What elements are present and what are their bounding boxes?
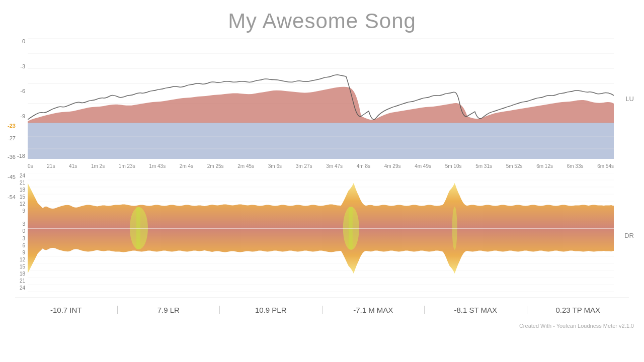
- x-axis: 0s 21s 41s 1m 2s 1m 23s 1m 43s 2m 4s 2m …: [28, 159, 614, 173]
- chart-container: 0 -3 -6 -9 -18 -23 -27 -36 -45 -54: [0, 38, 644, 298]
- dr-y-24-top: 24: [8, 173, 25, 178]
- minus36-label: -36: [8, 154, 16, 160]
- stat-mmax: -7.1 M MAX: [323, 306, 425, 314]
- dr-y-12-bot: 12: [8, 257, 25, 262]
- dr-chart: [28, 173, 614, 298]
- dr-y-3-bot: 3: [8, 236, 25, 241]
- dr-chart-svg: [28, 173, 614, 298]
- stat-plr: 10.9 PLR: [220, 306, 323, 314]
- lu-chart: [28, 38, 614, 159]
- page-title: My Awesome Song: [0, 0, 644, 38]
- dr-y-15-bot: 15: [8, 264, 25, 269]
- stat-lr: 7.9 LR: [118, 306, 220, 314]
- svg-rect-0: [28, 123, 614, 159]
- lu-chart-label: LU: [625, 95, 634, 103]
- dr-y-24-bot: 24: [8, 285, 25, 291]
- dr-y-21-top: 21: [8, 180, 25, 186]
- lu-chart-svg: [28, 38, 614, 159]
- dr-y-12-top: 12: [8, 201, 25, 207]
- dr-y-9-bot: 9: [8, 250, 25, 255]
- stat-int: -10.7 INT: [15, 306, 118, 314]
- dr-y-18-top: 18: [8, 187, 25, 193]
- minus27-label: -27: [8, 135, 16, 141]
- footer-credit: Created With - Youlean Loudness Meter v2…: [0, 322, 644, 329]
- dr-y-0: 0: [8, 228, 25, 234]
- stat-stmax: -8.1 ST MAX: [425, 306, 527, 314]
- dr-y-18-bot: 18: [8, 271, 25, 277]
- lu-chart-wrapper: 0 -3 -6 -9 -18 -23 -27 -36 -45 -54: [28, 38, 614, 159]
- stat-tpmax: 0.23 TP MAX: [527, 306, 629, 314]
- stats-bar: -10.7 INT 7.9 LR 10.9 PLR -7.1 M MAX -8.…: [15, 298, 629, 322]
- minus23-marker: -23: [8, 123, 16, 129]
- dr-chart-wrapper: 24 21 18 15 12 9 3 0 3 6 9 12 15 18 21 2…: [28, 173, 614, 298]
- dr-y-3-top: 3: [8, 221, 25, 227]
- dr-y-15-top: 15: [8, 194, 25, 200]
- dr-y-21-bot: 21: [8, 278, 25, 284]
- dr-chart-label: DR: [624, 232, 634, 239]
- dr-y-9-top: 9: [8, 208, 25, 214]
- dr-y-6-bot: 6: [8, 243, 25, 248]
